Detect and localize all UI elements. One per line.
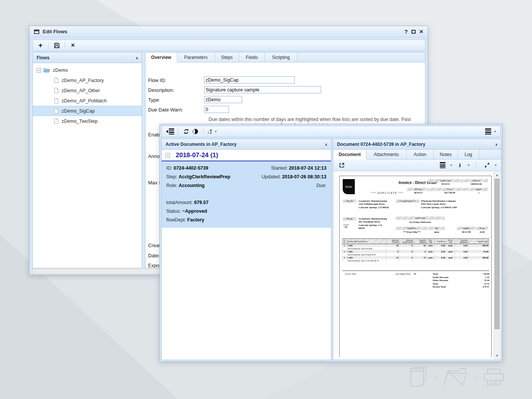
invoice-page: SDSI Invoice - Direct Order *** DUPLICAT… xyxy=(339,176,492,357)
toolbar-separator xyxy=(65,42,65,49)
viewer-toolbar: ▼ i ▼ ▼ xyxy=(333,159,501,171)
refresh-button[interactable] xyxy=(182,127,191,136)
edit-flows-titlebar[interactable]: Edit Flows ? × xyxy=(29,26,428,37)
help-button[interactable]: ? xyxy=(405,29,408,34)
arrow-icon: ▹ xyxy=(474,374,477,380)
sort-z: Z xyxy=(210,131,212,134)
totals-block: Total744.00 Order Discount3.35 Other Dis… xyxy=(433,272,489,289)
scroll-up-icon[interactable]: ▲ xyxy=(494,172,500,178)
tree-item-label: zDemo_AP_Factory xyxy=(62,78,104,83)
menu-icon[interactable] xyxy=(485,128,491,135)
clipped-label-date: Date: xyxy=(148,253,160,258)
line-item-row: 31-003 350 35each 8.00each 0.00280.00 xyxy=(342,256,489,259)
col-header: Quantity Shipped xyxy=(413,239,427,244)
flow-id-label: Flow ID: xyxy=(148,77,166,83)
tab-notes[interactable]: Notes xyxy=(434,150,458,159)
tab-fields[interactable]: Fields xyxy=(239,53,265,62)
tree-item[interactable]: zDemo_AP_PoMatch xyxy=(33,96,142,106)
tree-item[interactable]: zDemo_AP_Factory xyxy=(33,75,142,85)
lines-total: 3 Lines Total xyxy=(345,272,356,289)
pages-icon xyxy=(408,367,430,388)
tab-log[interactable]: Log xyxy=(458,150,479,159)
due-date-warn-input[interactable] xyxy=(204,106,229,113)
toolbar-separator xyxy=(178,128,178,135)
caret-down-icon[interactable]: ▼ xyxy=(467,164,470,167)
caret-down-icon[interactable]: ▼ xyxy=(493,130,496,133)
line-item-description: Tap Extension, Size 0-6 Red xyxy=(342,247,489,250)
sort-button[interactable]: ↓ AZ ▼ xyxy=(207,127,217,136)
collapse-panel-icon[interactable]: ‹ xyxy=(325,141,327,147)
tree-item-label: zDemo_AP_Other xyxy=(62,88,100,93)
sort-arrow-icon: ↓ xyxy=(207,129,210,135)
delete-flow-button[interactable]: × xyxy=(68,41,77,50)
scroll-down-icon[interactable]: ▼ xyxy=(494,353,500,359)
maximize-button[interactable] xyxy=(411,30,416,34)
tab-document[interactable]: Document xyxy=(333,150,367,159)
tab-action[interactable]: Action xyxy=(407,150,434,159)
caret-down-icon[interactable]: ▼ xyxy=(494,164,497,167)
card-updated: Updated: 2018-07-26 08:30:13 xyxy=(261,174,326,179)
date-group-title: 2018-07-24 (1) xyxy=(176,152,218,159)
folder-open-icon xyxy=(43,68,50,73)
tree-item[interactable]: zDemo_AP_Other xyxy=(33,85,142,96)
tree-item-selected[interactable]: zDemo_SigCap xyxy=(33,106,142,116)
card-due: Due: xyxy=(317,183,326,188)
file-icon xyxy=(54,108,59,114)
card-flow-dept: flowDept: Factory xyxy=(166,215,326,224)
expand-panel-icon[interactable]: › xyxy=(495,141,497,147)
add-flow-button[interactable]: + xyxy=(36,41,45,50)
flow-editor-tabs: Overview Parameters Steps Fields Scripti… xyxy=(145,53,425,62)
flow-id-input[interactable] xyxy=(204,76,295,84)
description-input[interactable] xyxy=(204,86,321,93)
tab-overview[interactable]: Overview xyxy=(145,53,177,62)
save-button[interactable] xyxy=(52,41,61,50)
date-group-header[interactable]: − 2018-07-24 (1) xyxy=(162,150,331,161)
ship-point-values: ** Drop Ship ** upsg xyxy=(396,230,445,234)
card-total-amount: totalAmount: 679.57 xyxy=(166,198,326,207)
background-watermark: ▹ ▹ xyxy=(408,367,506,388)
collapse-node-icon[interactable]: − xyxy=(37,68,41,73)
open-external-button[interactable] xyxy=(337,161,346,170)
toolbar-separator xyxy=(48,42,49,49)
tree-node-label: zDemo xyxy=(53,68,68,73)
window-title: Edit Flows xyxy=(43,29,67,34)
document-card[interactable]: ID: 0724-4402-5739 Started: 2018-07-24 1… xyxy=(162,161,331,227)
document-tabs: Document Attachments Action Notes Log xyxy=(333,150,501,159)
zoom-fit-button[interactable] xyxy=(483,161,492,170)
scrollbar-thumb[interactable] xyxy=(495,179,500,329)
tree-item-label: zDemo_AP_PoMatch xyxy=(62,98,107,104)
collapse-sidebar-icon[interactable] xyxy=(165,127,175,136)
tab-scripting[interactable]: Scripting xyxy=(265,53,297,62)
tree-node-zdemo[interactable]: − zDemo xyxy=(33,65,142,75)
tab-steps[interactable]: Steps xyxy=(215,53,239,62)
instructions-label: Instructions xyxy=(396,217,445,220)
info-button[interactable]: i xyxy=(455,161,464,170)
col-header: Quantity Ordered xyxy=(386,239,399,244)
flows-tree: − zDemo zDemo_AP_Factory zDemo_AP_Other … xyxy=(33,63,142,126)
flows-panel-title: Flows xyxy=(37,55,49,60)
tab-attachments[interactable]: Attachments xyxy=(367,150,407,159)
col-header: Qty UM xyxy=(427,239,434,244)
card-spacer xyxy=(166,190,326,198)
active-documents-header: Active Documents in AP_Factory ‹ xyxy=(162,139,331,150)
collapse-group-icon[interactable]: − xyxy=(165,153,170,158)
file-icon xyxy=(54,118,59,124)
line-item-description: Tap Extension, Size 3/16 Style B, 8" xyxy=(342,259,489,262)
document-viewer: SDSI Invoice - Direct Order *** DUPLICAT… xyxy=(333,171,501,360)
due-date-warn-label: Due Date Warn: xyxy=(148,107,183,113)
tab-parameters[interactable]: Parameters xyxy=(177,53,215,62)
type-input[interactable] xyxy=(204,96,242,103)
viewer-scrollbar[interactable]: ▲ ▼ xyxy=(494,172,500,359)
collapse-panel-icon[interactable]: ‹ xyxy=(136,55,138,60)
documents-toolbar: ↓ AZ ▼ ▼ xyxy=(161,126,501,137)
invoice-footer: 3 Lines Total Qty Shipped Total 93 Total… xyxy=(342,271,489,289)
card-started: Started: 2018-07-24 12:13 xyxy=(271,165,326,171)
type-label: Type: xyxy=(148,97,160,103)
view-mode-button[interactable] xyxy=(438,161,447,170)
text-lines-icon xyxy=(440,162,445,168)
tree-item[interactable]: zDemo_TwoStep xyxy=(33,116,142,126)
toggle-highlight-button[interactable] xyxy=(191,127,200,136)
col-header: Discount Multiplier xyxy=(455,239,468,244)
caret-down-icon[interactable]: ▼ xyxy=(450,164,453,167)
close-button[interactable]: × xyxy=(419,28,423,35)
